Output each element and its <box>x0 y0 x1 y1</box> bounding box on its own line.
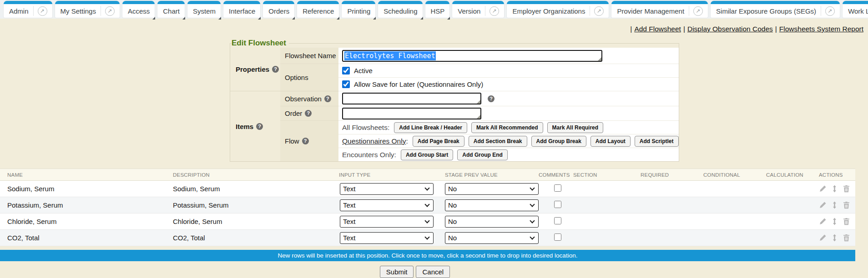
tab-employer-organizations[interactable]: Employer Organizations↗ <box>507 1 609 18</box>
external-link-icon[interactable]: ↗ <box>490 6 499 16</box>
submit-button[interactable]: Submit <box>380 266 414 278</box>
tab-label: Scheduling <box>384 7 417 15</box>
stage-prev-value-select[interactable]: No <box>445 216 539 228</box>
insert-position-bar[interactable]: New rows will be inserted at this positi… <box>0 250 855 261</box>
edit-icon[interactable] <box>819 201 827 209</box>
comments-checkbox[interactable] <box>554 217 561 224</box>
tab-label: Work Locations <box>848 7 868 15</box>
delete-icon[interactable] <box>843 185 850 193</box>
add-group-start-button[interactable]: Add Group Start <box>401 149 453 160</box>
edit-icon[interactable] <box>819 185 827 193</box>
cancel-button[interactable]: Cancel <box>416 266 450 278</box>
input-type: Text <box>340 232 434 244</box>
flowsheet-name-row: Electrolytes Flowsheet <box>338 48 679 64</box>
delete-icon[interactable] <box>843 218 850 225</box>
tab-work-locations[interactable]: Work Locations↗ <box>843 1 868 18</box>
resize-handle-icon[interactable] <box>477 115 480 119</box>
link-add-flowsheet[interactable]: Add Flowsheet <box>634 25 681 33</box>
flow-prefix-questionnaires-only[interactable]: Questionnaires Only: <box>342 137 408 145</box>
column-header-name: NAME <box>0 172 166 178</box>
flowsheet-name-input[interactable]: Electrolytes Flowsheet <box>342 50 602 62</box>
input-type-select[interactable]: Text <box>340 183 434 195</box>
external-link-icon[interactable]: ↗ <box>38 6 47 16</box>
cell-name: Potassium, Serum <box>0 201 166 209</box>
move-icon[interactable] <box>831 185 838 193</box>
tab-divider <box>101 6 101 16</box>
cell-input-type: Text <box>332 199 438 211</box>
edit-icon[interactable] <box>819 234 827 242</box>
tab-label: Interface <box>229 7 255 15</box>
move-icon[interactable] <box>831 218 838 225</box>
tab-label: My Settings <box>61 7 96 15</box>
comments-checkbox[interactable] <box>554 184 561 192</box>
help-icon[interactable]: ? <box>302 138 309 144</box>
tab-interface[interactable]: Interface <box>223 1 260 18</box>
resize-handle-icon[interactable] <box>598 57 601 61</box>
column-header-conditional: CONDITIONAL <box>696 172 759 178</box>
add-page-break-button[interactable]: Add Page Break <box>413 136 464 147</box>
column-header-required: REQUIRED <box>633 172 696 178</box>
input-type-select[interactable]: Text <box>340 232 434 244</box>
order-input[interactable] <box>342 108 481 119</box>
mark-all-required-button[interactable]: Mark All Required <box>547 122 604 133</box>
dropdown-corner-icon <box>337 17 339 20</box>
table-row: Potassium, SerumPotassium, SerumTextNo <box>0 197 855 213</box>
tab-scheduling[interactable]: Scheduling <box>378 1 422 18</box>
resize-handle-icon[interactable] <box>477 100 480 104</box>
stage-prev-value-select[interactable]: No <box>445 183 539 195</box>
add-group-break-button[interactable]: Add Group Break <box>531 136 586 147</box>
tab-access[interactable]: Access <box>122 1 155 18</box>
add-scriptlet-button[interactable]: Add Scriptlet <box>635 136 679 147</box>
tab-admin[interactable]: Admin↗ <box>4 1 52 18</box>
tab-my-settings[interactable]: My Settings↗ <box>55 1 120 18</box>
stage-prev-value: No <box>445 232 539 244</box>
tab-label: Admin <box>9 7 29 15</box>
tab-system[interactable]: System <box>187 1 221 18</box>
dropdown-corner-icon <box>218 17 221 20</box>
add-layout-button[interactable]: Add Layout <box>590 136 631 147</box>
link-display-observation-codes[interactable]: Display Observation Codes <box>687 25 773 33</box>
external-link-icon[interactable]: ↗ <box>105 6 115 16</box>
observation-input[interactable] <box>342 93 481 104</box>
column-header-comments: COMMENTS <box>531 172 566 178</box>
help-icon[interactable]: ? <box>324 95 331 102</box>
external-link-icon[interactable]: ↗ <box>693 6 703 16</box>
tab-similar-exposure-groups-segs[interactable]: Similar Exposure Groups (SEGs)↗ <box>711 1 840 18</box>
mark-all-recommended-button[interactable]: Mark All Recommended <box>471 122 543 133</box>
order-label: Order ? <box>280 106 338 121</box>
tab-orders[interactable]: Orders <box>263 1 294 18</box>
delete-icon[interactable] <box>843 234 850 242</box>
help-icon[interactable]: ? <box>256 123 263 130</box>
tab-label: Printing <box>347 7 370 15</box>
tab-hsp[interactable]: HSP <box>425 1 450 18</box>
help-icon[interactable]: ? <box>305 110 312 117</box>
comments-checkbox[interactable] <box>554 201 561 208</box>
tab-printing[interactable]: Printing <box>342 1 375 18</box>
tab-provider-management[interactable]: Provider Management↗ <box>611 1 708 18</box>
tab-divider <box>33 6 34 16</box>
tab-version[interactable]: Version↗ <box>452 1 504 18</box>
stage-prev-value-select[interactable]: No <box>445 199 539 211</box>
link-flowsheets-system-report[interactable]: Flowsheets System Report <box>779 25 863 33</box>
add-line-break-header-button[interactable]: Add Line Break / Header <box>394 122 467 133</box>
external-link-icon[interactable]: ↗ <box>825 6 835 16</box>
move-icon[interactable] <box>831 234 838 242</box>
cell-name: CO2, Total <box>0 234 166 242</box>
add-section-break-button[interactable]: Add Section Break <box>469 136 527 147</box>
cell-input-type: Text <box>332 183 438 195</box>
input-type-select[interactable]: Text <box>340 199 434 211</box>
comments-checkbox[interactable] <box>554 233 561 241</box>
move-icon[interactable] <box>831 201 838 209</box>
delete-icon[interactable] <box>843 201 850 209</box>
add-group-end-button[interactable]: Add Group End <box>457 149 508 160</box>
tab-chart[interactable]: Chart <box>157 1 185 18</box>
stage-prev-value-select[interactable]: No <box>445 232 539 244</box>
edit-icon[interactable] <box>819 218 827 225</box>
active-checkbox[interactable] <box>342 67 350 74</box>
tab-reference[interactable]: Reference <box>297 1 339 18</box>
help-icon[interactable]: ? <box>272 66 279 73</box>
input-type-select[interactable]: Text <box>340 216 434 228</box>
allow-save-checkbox[interactable] <box>342 80 350 88</box>
help-icon[interactable]: ? <box>488 95 495 102</box>
external-link-icon[interactable]: ↗ <box>594 6 604 16</box>
